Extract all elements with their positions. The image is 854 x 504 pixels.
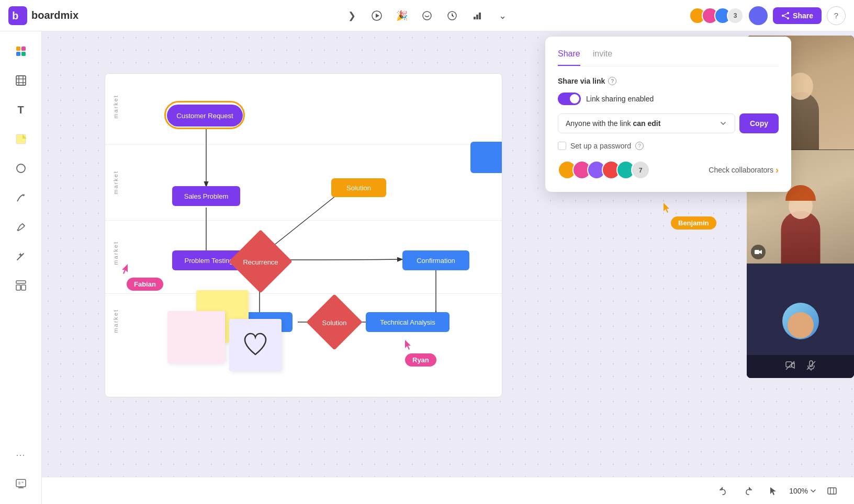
collaborators-row: 7 Check collaborators › <box>558 161 779 179</box>
link-permission-row: Anyone with the link can edit Copy <box>558 113 779 133</box>
svg-rect-15 <box>21 47 26 51</box>
tab-share[interactable]: Share <box>558 49 580 66</box>
svg-point-11 <box>787 17 789 19</box>
lane-label-2: market <box>113 170 119 194</box>
svg-rect-29 <box>21 285 26 290</box>
toggle-dot <box>570 94 579 104</box>
svg-rect-50 <box>828 488 836 494</box>
sidebar-item-export[interactable] <box>7 471 35 498</box>
svg-rect-23 <box>16 134 26 144</box>
sidebar-item-sticky[interactable] <box>7 125 35 153</box>
check-collaborators-link[interactable]: Check collaborators › <box>709 165 779 176</box>
collab-avatars: 7 <box>558 161 650 179</box>
svg-rect-16 <box>16 52 20 56</box>
video-off-icon[interactable] <box>785 360 795 373</box>
chart-icon[interactable] <box>468 6 487 25</box>
party-icon[interactable]: 🎉 <box>392 6 411 25</box>
svg-point-9 <box>787 12 789 14</box>
history-icon[interactable] <box>443 6 462 25</box>
lane-label-4: market <box>113 309 119 333</box>
svg-point-24 <box>17 164 25 173</box>
cursor-benjamin: Benjamin <box>664 203 672 215</box>
svg-rect-44 <box>755 250 759 254</box>
password-info-icon[interactable]: ? <box>635 142 644 150</box>
sidebar-item-template[interactable] <box>7 272 35 299</box>
video-cell-3 <box>747 264 854 378</box>
undo-button[interactable] <box>714 482 733 500</box>
node-confirmation[interactable]: Confirmation <box>402 250 469 270</box>
video-camera-icon-2 <box>751 245 766 259</box>
check-collab-arrow-icon: › <box>776 165 779 176</box>
sidebar-item-connector[interactable] <box>7 184 35 211</box>
boardmix-logo-icon: b <box>8 6 27 25</box>
password-label: Set up a password <box>570 142 631 150</box>
sidebar-item-pen[interactable] <box>7 213 35 240</box>
sidebar: T ··· <box>0 31 42 504</box>
svg-rect-7 <box>476 15 478 19</box>
share-tabs: Share invite <box>558 49 779 66</box>
video-controls[interactable] <box>747 355 854 378</box>
active-users: 3 <box>689 7 744 24</box>
sidebar-item-magic[interactable] <box>7 243 35 270</box>
node-solution-orange[interactable]: Solution <box>331 178 386 197</box>
sidebar-more-button[interactable]: ··· <box>7 441 35 468</box>
svg-point-4 <box>423 12 431 20</box>
current-user-avatar[interactable] <box>749 6 768 25</box>
node-technical-analysis[interactable]: Technical Analysis <box>366 312 450 332</box>
link-sharing-toggle[interactable] <box>558 93 581 105</box>
video-overlay-2 <box>751 245 766 259</box>
svg-rect-27 <box>16 281 26 283</box>
sidebar-item-home[interactable] <box>7 38 35 65</box>
mic-off-icon[interactable] <box>806 360 816 373</box>
node-sales-problem[interactable]: Sales Problem <box>172 186 240 206</box>
node-partial-blue <box>470 142 502 173</box>
more-tools-icon[interactable]: ⌄ <box>493 6 512 25</box>
svg-marker-3 <box>376 14 379 18</box>
link-permission-select[interactable]: Anyone with the link can edit <box>558 113 735 133</box>
share-button[interactable]: Share <box>773 7 822 24</box>
cursor-label-ryan: Ryan <box>405 353 436 366</box>
sidebar-item-frame[interactable] <box>7 67 35 94</box>
node-solution2-label: Solution <box>312 310 356 335</box>
password-row: Set up a password ? <box>558 142 779 150</box>
sidebar-item-text[interactable]: T <box>7 96 35 123</box>
share-panel: Share invite Share via link ? Link shari… <box>545 37 791 192</box>
sticky-pink[interactable] <box>167 311 225 363</box>
avatar-count: 3 <box>727 7 744 24</box>
svg-rect-30 <box>16 479 26 487</box>
lane-label-1: market <box>113 95 119 119</box>
nav-back-icon[interactable]: ❯ <box>342 6 361 25</box>
cursor-ryan: Ryan <box>405 340 413 352</box>
svg-rect-33 <box>18 482 20 485</box>
collab-count: 7 <box>631 161 650 179</box>
cursor-label-benjamin: Benjamin <box>671 216 716 230</box>
share-info-icon[interactable]: ? <box>608 77 616 85</box>
logo-area: b boardmix <box>8 6 78 25</box>
sticky-purple[interactable] <box>229 319 282 371</box>
node-customer-request[interactable]: Customer Request <box>167 105 243 127</box>
tab-invite[interactable]: invite <box>593 49 612 66</box>
link-sharing-label: Link sharing enabled <box>586 95 654 103</box>
pointer-button[interactable] <box>764 482 783 500</box>
header: b boardmix ❯ 🎉 ⌄ 3 Share <box>0 0 854 31</box>
redo-button[interactable] <box>739 482 758 500</box>
lane-label-3: market <box>113 241 119 265</box>
password-checkbox[interactable] <box>558 142 566 150</box>
svg-rect-18 <box>16 76 26 85</box>
sidebar-item-shapes[interactable] <box>7 155 35 182</box>
node-recurrence-label: Recurrence <box>236 246 285 278</box>
header-right: 3 Share ? <box>689 6 846 25</box>
svg-line-13 <box>784 16 787 17</box>
share-via-link-title: Share via link ? <box>558 77 779 85</box>
avatar-face-3 <box>788 312 814 338</box>
help-button[interactable]: ? <box>827 6 846 25</box>
copy-link-button[interactable]: Copy <box>739 113 779 133</box>
svg-line-46 <box>786 361 794 370</box>
chat-icon[interactable] <box>418 6 436 25</box>
zoom-display[interactable]: 100% <box>789 487 816 495</box>
bottom-bar: 100% <box>42 477 854 504</box>
map-button[interactable] <box>823 482 841 500</box>
svg-rect-34 <box>21 482 24 483</box>
svg-text:b: b <box>12 10 18 21</box>
play-icon[interactable] <box>367 6 386 25</box>
